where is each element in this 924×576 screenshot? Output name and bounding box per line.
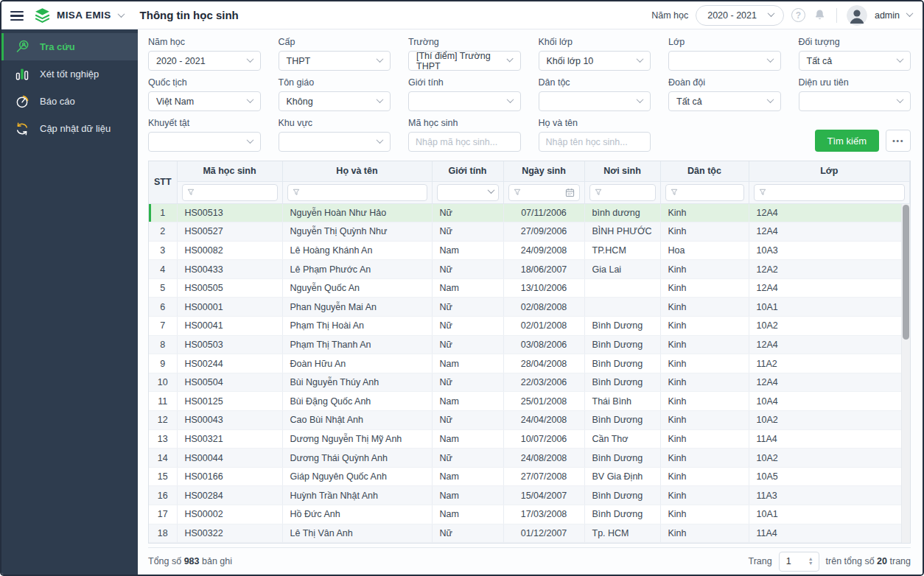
column-header[interactable]: Giới tính — [432, 161, 503, 181]
column-header[interactable]: Nơi sinh — [584, 161, 660, 181]
lop-select[interactable] — [668, 51, 781, 71]
help-icon[interactable]: ? — [791, 8, 805, 22]
cell-birthplace: TP.HCM — [584, 241, 660, 260]
chevron-down-icon[interactable] — [906, 10, 914, 17]
table-row[interactable]: 12HS00043Cao Bùi Nhật AnhNữ24/04/2008Bìn… — [149, 411, 910, 430]
table-row[interactable]: 15HS00166Giáp Nguyên Quốc AnhNam27/07/20… — [149, 467, 910, 486]
cell-student-code: HS00527 — [177, 222, 282, 242]
gioi-tinh-select[interactable] — [408, 91, 521, 111]
column-filter-input[interactable] — [287, 184, 427, 201]
quoc-tich-select[interactable]: Việt Nam — [148, 91, 261, 111]
avatar[interactable] — [847, 5, 867, 26]
cell-ethnicity: Kinh — [660, 524, 749, 543]
table-row[interactable]: 17HS00002Hồ Đức AnhNam17/03/2008Bình Dươ… — [149, 505, 910, 524]
sidebar-item-bao-cao[interactable]: Báo cáo — [1, 88, 138, 115]
ton-giao-select[interactable]: Không — [279, 91, 391, 111]
search-button[interactable]: Tìm kiếm — [815, 130, 879, 152]
chevron-down-icon[interactable] — [117, 10, 125, 18]
table-row[interactable]: 1HS00513Nguyễn Hoàn Như HảoNữ07/11/2006b… — [149, 203, 910, 222]
ho-va-ten-input[interactable] — [539, 132, 651, 152]
column-filter-input[interactable] — [182, 184, 278, 201]
calendar-icon[interactable] — [565, 188, 575, 197]
column-header[interactable]: STT — [149, 161, 177, 203]
column-filter-date[interactable] — [508, 184, 580, 201]
chevron-down-icon — [637, 96, 644, 103]
khoi-lop-select[interactable]: Khối lớp 10 — [539, 51, 651, 71]
nam-hoc-select[interactable]: 2020 - 2021 — [148, 51, 261, 71]
table-row[interactable]: 7HS00041Phạm Thị Hoài AnNữ02/01/2008Bình… — [149, 317, 910, 336]
column-filter-select[interactable] — [437, 184, 499, 201]
chevron-down-icon — [487, 186, 494, 194]
table-row[interactable]: 8HS00503Phạm Thị Thanh AnNữ03/08/2006Bìn… — [149, 335, 910, 354]
table-row[interactable]: 16HS00284Huỳnh Trần Nhật AnhNam15/04/200… — [149, 486, 910, 505]
stepper-down-icon: ▼ — [808, 561, 813, 566]
username[interactable]: admin — [875, 10, 900, 21]
cell-birthplace: Bình Dương — [584, 411, 660, 430]
column-header[interactable]: Họ và tên — [282, 161, 432, 181]
khuyet-tat-select[interactable] — [148, 132, 261, 152]
column-filter-input[interactable] — [754, 184, 906, 201]
truong-select[interactable]: [Thí điểm] Trường THPT — [408, 51, 521, 71]
sidebar-item-label: Xét tốt nghiệp — [40, 69, 99, 80]
doi-tuong-select[interactable]: Tất cả — [799, 51, 911, 71]
funnel-icon — [759, 186, 766, 199]
cell-stt: 12 — [149, 411, 177, 430]
filter-truong: Trường[Thí điểm] Trường THPT — [408, 37, 521, 71]
cell-birthplace: Bình Dương — [584, 335, 660, 354]
table-row[interactable]: 13HS00321Dương Nguyễn Thị Mỹ AnhNam10/07… — [149, 429, 910, 449]
column-filter-input[interactable] — [665, 184, 744, 201]
cell-class: 10A2 — [749, 449, 910, 468]
table-row[interactable]: 11HS00125Bùi Đặng Quốc AnhNam25/01/2008T… — [149, 392, 910, 411]
cell-ethnicity: Kinh — [660, 429, 749, 449]
page-input[interactable] — [780, 555, 803, 567]
filter-label: Khối lớp — [539, 37, 651, 47]
table-row[interactable]: 18HS00322Lê Thị Vân AnhNữ01/12/2007Tp. H… — [149, 524, 910, 543]
cell-class: 11A3 — [749, 486, 910, 505]
hamburger-menu-icon[interactable] — [10, 9, 24, 24]
ma-hoc-sinh-input[interactable] — [408, 132, 521, 152]
cell-dob: 15/04/2007 — [503, 486, 584, 505]
more-options-button[interactable]: ••• — [886, 130, 911, 152]
column-header[interactable]: Ngày sinh — [503, 161, 584, 181]
select-value: 2020 - 2021 — [156, 56, 206, 66]
cell-class: 12A4 — [749, 278, 910, 298]
khu-vuc-select[interactable] — [279, 132, 391, 152]
filter-nam-hoc: Năm học2020 - 2021 — [148, 37, 261, 71]
vertical-scrollbar[interactable] — [901, 204, 910, 543]
cell-gender: Nữ — [432, 449, 503, 468]
table-row[interactable]: 14HS00044Dương Thái Quỳnh AnhNữ24/08/200… — [149, 449, 910, 468]
filter-label: Diện ưu tiên — [799, 77, 911, 88]
dan-toc-select[interactable] — [539, 91, 651, 111]
chevron-down-icon — [377, 55, 384, 63]
scrollbar-thumb[interactable] — [903, 205, 909, 340]
cell-dob: 24/04/2008 — [503, 411, 584, 430]
school-year-select[interactable]: 2020 - 2021 — [696, 5, 784, 26]
table-row[interactable]: 3HS00082Lê Hoàng Khánh AnNam24/09/2008TP… — [149, 241, 910, 260]
sidebar-item-tra-cuu[interactable]: Tra cứu — [1, 33, 138, 60]
dien-uu-tien-select[interactable] — [799, 91, 911, 111]
bell-icon[interactable] — [813, 8, 827, 22]
cap-select[interactable]: THPT — [279, 51, 391, 71]
main-content: Năm học2020 - 2021CấpTHPTTrường[Thí điểm… — [138, 29, 923, 575]
cell-full-name: Cao Bùi Nhật Anh — [282, 411, 432, 430]
doan-doi-select[interactable]: Tất cả — [668, 91, 781, 111]
table-row[interactable]: 4HS00433Lê Phạm Phước AnNữ18/06/2007Gia … — [149, 260, 910, 279]
column-header[interactable]: Lớp — [749, 161, 910, 181]
column-header[interactable]: Dân tộc — [660, 161, 749, 181]
sidebar-item-xet-tot-nghiep[interactable]: Xét tốt nghiệp — [1, 60, 138, 88]
table-row[interactable]: 2HS00527Nguyễn Thị Quỳnh NhưNữ27/09/2006… — [149, 222, 910, 242]
table-row[interactable]: 5HS00505Nguyễn Quốc AnNam13/10/2006Kinh1… — [149, 278, 910, 298]
filter-label: Khuyết tật — [148, 118, 261, 128]
column-header[interactable]: Mã học sinh — [177, 161, 282, 181]
sidebar-item-cap-nhat-du-lieu[interactable]: Cập nhật dữ liệu — [1, 115, 138, 142]
filter-dan-toc: Dân tộc — [539, 77, 651, 111]
table-row[interactable]: 6HS00001Phan Nguyễn Mai AnNữ02/08/2008Ki… — [149, 298, 910, 317]
page-title: Thông tin học sinh — [140, 9, 239, 21]
table-row[interactable]: 10HS00504Bùi Nguyễn Thúy AnhNữ22/03/2006… — [149, 373, 910, 392]
column-filter-input[interactable] — [589, 184, 656, 201]
page-stepper[interactable]: ▲▼ — [803, 557, 819, 566]
filter-label: Đoàn đội — [668, 77, 781, 88]
column-filter-cell — [660, 181, 749, 203]
table-row[interactable]: 9HS00244Đoàn Hữu AnNam28/04/2008Bình Dươ… — [149, 354, 910, 373]
cell-ethnicity: Kinh — [660, 203, 749, 222]
